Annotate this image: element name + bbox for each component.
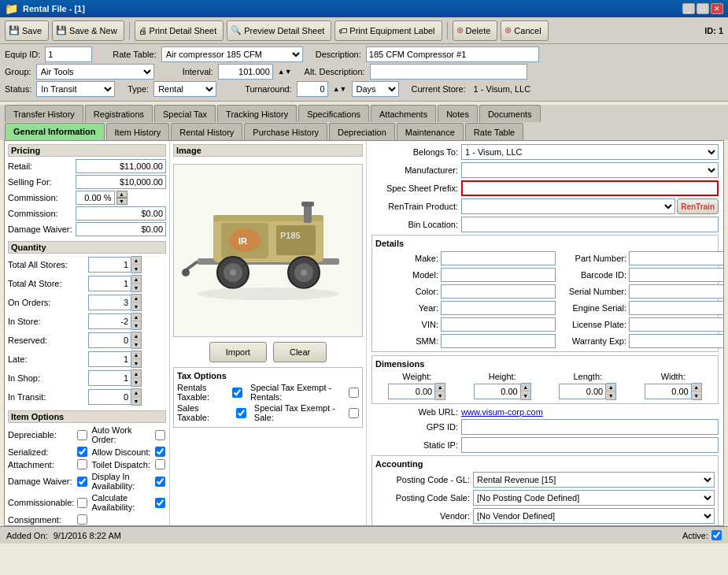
status-select[interactable]: In Transit (36, 81, 115, 97)
vendor-select[interactable]: [No Vendor Defined] (473, 508, 715, 524)
height-input[interactable] (474, 384, 521, 399)
delete-button[interactable]: ⊗ Delete (453, 20, 498, 41)
tab-specifications[interactable]: Specifications (298, 105, 369, 122)
damage-input[interactable] (76, 222, 166, 236)
barcode-id-input[interactable] (629, 268, 723, 282)
part-number-input[interactable] (629, 251, 723, 265)
tab-transfer-history[interactable]: Transfer History (5, 105, 83, 122)
gps-id-input[interactable] (461, 419, 719, 435)
save-button[interactable]: 💾 Save (5, 20, 49, 41)
preview-detail-button[interactable]: 🔍 Preview Detail Sheet (227, 20, 331, 41)
weight-input[interactable] (388, 384, 435, 399)
rentrain-button[interactable]: RenTrain (677, 198, 719, 214)
in-shop-input[interactable] (88, 370, 131, 386)
commission-pct-down[interactable]: ▼ (116, 198, 127, 205)
late-input[interactable] (88, 351, 131, 367)
total-all-down[interactable]: ▼ (131, 265, 141, 273)
web-url-link[interactable]: www.visum-corp.com (461, 407, 719, 417)
equip-id-input[interactable] (45, 46, 92, 62)
days-select[interactable]: Days (352, 81, 399, 97)
static-ip-input[interactable] (461, 437, 719, 453)
maximize-button[interactable]: □ (697, 3, 709, 14)
tab-attachments[interactable]: Attachments (371, 105, 436, 122)
model-input[interactable] (441, 268, 556, 282)
type-select[interactable]: Rental (153, 81, 216, 97)
total-all-up[interactable]: ▲ (131, 257, 141, 265)
depreciable-checkbox[interactable] (77, 430, 87, 440)
posting-gl-select[interactable]: Rental Revenue [15] (473, 472, 715, 488)
serial-number-input[interactable] (629, 284, 723, 299)
commission-pct-up[interactable]: ▲ (116, 191, 127, 198)
rentals-taxable-checkbox[interactable] (232, 388, 242, 398)
rate-table-select[interactable]: Air compressor 185 CFM (161, 46, 303, 62)
posting-sale-select[interactable]: [No Posting Code Defined] (473, 490, 715, 506)
tab-item-history[interactable]: Item History (106, 123, 170, 140)
commission-amt-input[interactable] (76, 206, 166, 221)
window-controls[interactable]: _ □ ✕ (682, 3, 723, 14)
in-store-input[interactable] (88, 313, 131, 329)
allow-discount-checkbox[interactable] (155, 447, 165, 457)
tab-rate-table[interactable]: Rate Table (465, 123, 523, 140)
consignment-checkbox[interactable] (77, 514, 87, 525)
tab-depreciation[interactable]: Depreciation (329, 123, 395, 140)
special-tax-sale-checkbox[interactable] (349, 408, 359, 418)
import-button[interactable]: Import (209, 342, 267, 362)
license-plate-input[interactable] (629, 317, 723, 332)
length-input[interactable] (559, 384, 606, 399)
serialized-checkbox[interactable] (77, 447, 87, 457)
commission-pct-input[interactable] (76, 191, 115, 205)
interval-input[interactable] (218, 64, 273, 80)
commissionable-checkbox[interactable] (77, 498, 87, 508)
on-orders-input[interactable] (88, 295, 131, 310)
bin-location-input[interactable] (461, 217, 719, 232)
smm-input[interactable] (441, 334, 556, 348)
rentrain-select[interactable] (461, 198, 675, 214)
tab-general-info[interactable]: General Information (5, 123, 105, 140)
tab-notes[interactable]: Notes (438, 105, 478, 122)
display-availability-checkbox[interactable] (155, 477, 165, 487)
turnaround-spinner[interactable]: ▲▼ (333, 85, 347, 93)
interval-spinner[interactable]: ▲▼ (278, 68, 292, 76)
color-input[interactable] (441, 284, 556, 299)
total-store-spinner[interactable]: ▲ ▼ (131, 275, 142, 292)
save-new-button[interactable]: 💾 Save & New (52, 20, 124, 41)
engine-serial-input[interactable] (629, 301, 723, 315)
width-input[interactable] (645, 384, 692, 399)
in-transit-input[interactable] (88, 389, 131, 405)
cancel-button[interactable]: ⊗ Cancel (501, 20, 548, 41)
calc-availability-checkbox[interactable] (155, 498, 165, 508)
turnaround-input[interactable] (297, 81, 328, 97)
minimize-button[interactable]: _ (682, 3, 695, 14)
tab-purchase-history[interactable]: Purchase History (244, 123, 327, 140)
tab-special-tax[interactable]: Special Tax (154, 105, 216, 122)
toilet-dispatch-checkbox[interactable] (155, 459, 165, 469)
reserved-input[interactable] (88, 332, 131, 348)
make-input[interactable] (441, 251, 556, 265)
selling-input[interactable] (76, 175, 166, 189)
clear-button[interactable]: Clear (273, 342, 327, 362)
print-detail-button[interactable]: 🖨 Print Detail Sheet (135, 20, 224, 41)
attachment-checkbox[interactable] (77, 459, 87, 469)
belongs-to-select[interactable]: 1 - Visum, LLC (461, 144, 719, 160)
close-button[interactable]: ✕ (711, 3, 723, 14)
manufacturer-select[interactable] (461, 162, 719, 178)
total-all-spinner[interactable]: ▲ ▼ (131, 256, 142, 273)
sales-taxable-checkbox[interactable] (236, 408, 246, 418)
active-checkbox[interactable] (711, 530, 722, 540)
spec-sheet-input[interactable] (461, 180, 719, 196)
description-input[interactable] (366, 46, 539, 62)
tab-documents[interactable]: Documents (479, 105, 541, 122)
vin-input[interactable] (441, 317, 556, 332)
auto-work-checkbox[interactable] (155, 430, 165, 440)
tab-rental-history[interactable]: Rental History (171, 123, 242, 140)
alt-description-input[interactable] (370, 64, 527, 80)
commission-pct-spinner[interactable]: ▲ ▼ (116, 191, 127, 205)
tab-maintenance[interactable]: Maintenance (397, 123, 464, 140)
group-select[interactable]: Air Tools (36, 64, 154, 80)
special-tax-rentals-checkbox[interactable] (349, 388, 359, 398)
year-input[interactable] (441, 301, 556, 315)
tab-tracking-history[interactable]: Tracking History (217, 105, 297, 122)
print-label-button[interactable]: 🏷 Print Equipment Label (334, 20, 442, 41)
total-store-input[interactable] (88, 276, 131, 291)
damage-waiver-checkbox[interactable] (77, 477, 87, 487)
